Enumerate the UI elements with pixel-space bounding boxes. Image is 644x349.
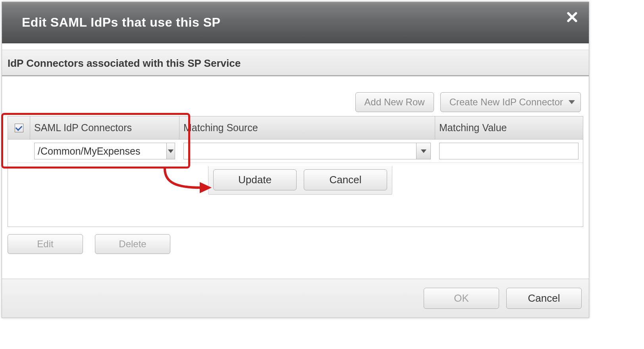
matching-value-cell: [435, 140, 583, 163]
create-new-idp-connector-label: Create New IdP Connector: [449, 97, 563, 107]
connector-dropdown-toggle[interactable]: [166, 143, 175, 159]
dialog-titlebar: Edit SAML IdPs that use this SP: [2, 2, 589, 43]
grid-footer-actions: Edit Delete: [8, 227, 583, 269]
matching-source-combo: [183, 143, 431, 159]
dialog-footer: OK Cancel: [2, 279, 589, 318]
caret-down-icon: [569, 100, 575, 104]
select-all-checkbox[interactable]: [15, 124, 23, 132]
toolbar: Add New Row Create New IdP Connector: [8, 92, 583, 112]
row-cancel-button[interactable]: Cancel: [304, 169, 387, 190]
matching-source-dropdown-toggle[interactable]: [416, 143, 430, 159]
table-row: [8, 140, 583, 163]
connector-combo: [34, 143, 175, 159]
ok-button[interactable]: OK: [424, 288, 499, 309]
chevron-down-icon: [168, 149, 174, 153]
row-checkbox-cell: [8, 140, 30, 163]
section-title: IdP Connectors associated with this SP S…: [2, 50, 589, 76]
matching-value-input[interactable]: [439, 143, 578, 159]
content-area: Add New Row Create New IdP Connector SAM…: [2, 76, 589, 279]
add-new-row-button[interactable]: Add New Row: [355, 92, 434, 112]
dialog-title: Edit SAML IdPs that use this SP: [22, 15, 220, 30]
header-checkbox-col: [8, 116, 30, 139]
grid-header: SAML IdP Connectors Matching Source Matc…: [8, 116, 583, 140]
connector-input[interactable]: [35, 143, 166, 159]
row-actions: Update Cancel: [208, 166, 392, 195]
matching-source-input[interactable]: [184, 143, 416, 159]
idp-grid: SAML IdP Connectors Matching Source Matc…: [8, 116, 583, 227]
header-matching-value[interactable]: Matching Value: [435, 116, 583, 139]
edit-button[interactable]: Edit: [8, 234, 83, 254]
grid-padding: Update Cancel: [8, 163, 583, 227]
update-button[interactable]: Update: [213, 169, 297, 190]
delete-button[interactable]: Delete: [95, 234, 170, 254]
header-matching-source[interactable]: Matching Source: [179, 116, 435, 139]
connector-cell: [30, 140, 179, 163]
cancel-button[interactable]: Cancel: [506, 288, 582, 309]
matching-source-cell: [179, 140, 435, 163]
dialog-body: IdP Connectors associated with this SP S…: [2, 50, 589, 279]
create-new-idp-connector-button[interactable]: Create New IdP Connector: [440, 92, 581, 112]
chevron-down-icon: [421, 149, 426, 153]
edit-saml-idps-dialog: Edit SAML IdPs that use this SP IdP Conn…: [2, 2, 589, 318]
close-icon[interactable]: [567, 12, 578, 23]
header-saml-idp-connectors[interactable]: SAML IdP Connectors: [30, 116, 179, 139]
